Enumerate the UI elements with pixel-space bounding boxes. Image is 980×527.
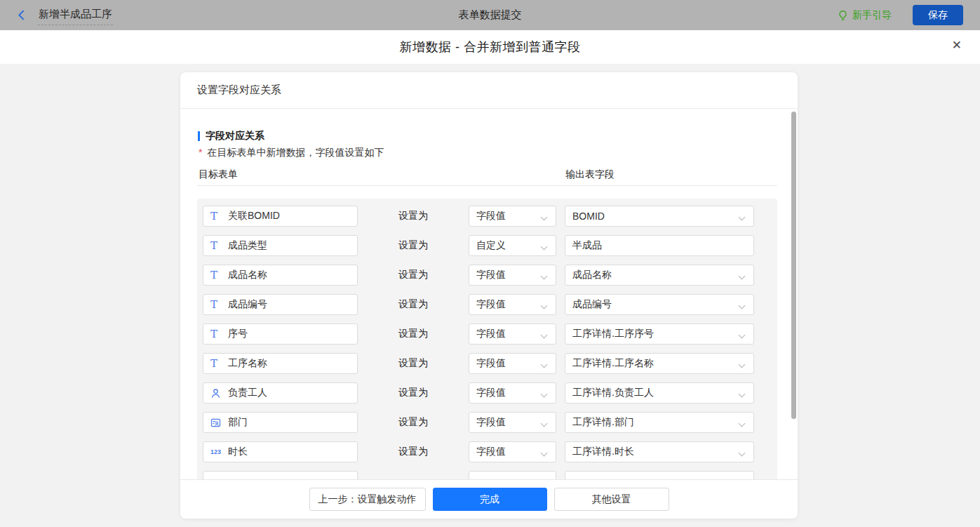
- value-mode-select[interactable]: 字段值: [469, 294, 556, 315]
- department-icon: [210, 418, 224, 428]
- field-mapping-card: 设置字段对应关系 字段对应关系 *在目标表单中新增数据，字段值设置如下 目标表单…: [180, 72, 798, 519]
- mapping-rows: T 关联BOMID 设置为 字段值 BOMID T 成品类型 设置为 自定义 半…: [197, 199, 777, 479]
- column-headers: 目标表单 输出表字段: [197, 168, 777, 186]
- previous-step-button[interactable]: 上一步：设置触发动作: [309, 488, 426, 511]
- custom-value-input[interactable]: 半成品: [565, 235, 754, 256]
- target-field-input[interactable]: 部门: [203, 412, 358, 433]
- text-field-icon: T: [210, 211, 224, 222]
- chevron-down-icon: [542, 244, 548, 251]
- text-field-icon: T: [210, 329, 224, 340]
- back-button[interactable]: [15, 9, 27, 21]
- chevron-down-icon: [542, 421, 548, 427]
- scrollbar-thumb[interactable]: [791, 112, 796, 419]
- value-mode-select[interactable]: 字段值: [469, 382, 556, 403]
- other-settings-button[interactable]: 其他设置: [554, 488, 669, 511]
- value-mode-select[interactable]: 自定义: [469, 235, 556, 256]
- lightbulb-icon: [838, 10, 848, 21]
- target-field-input[interactable]: T 关联BOMID: [203, 206, 358, 227]
- column-header-output-fields: 输出表字段: [565, 168, 615, 181]
- chevron-down-icon: [739, 303, 746, 309]
- chevron-left-icon: [15, 9, 27, 21]
- table-row: T 工序名称 设置为 字段值 工序详情.工序名称: [203, 353, 777, 374]
- table-row: 123 时长 设置为 字段值 工序详情.时长: [203, 441, 777, 462]
- value-mode-select[interactable]: 字段值: [469, 265, 556, 286]
- set-as-label: 设置为: [398, 446, 428, 458]
- target-field-input[interactable]: T 成品类型: [203, 235, 358, 256]
- chevron-down-icon: [739, 274, 746, 280]
- output-field-select[interactable]: [565, 471, 754, 479]
- chevron-down-icon: [542, 392, 548, 398]
- required-note: *在目标表单中新增数据，字段值设置如下: [199, 147, 384, 159]
- output-field-select[interactable]: 成品编号: [565, 294, 754, 315]
- target-field-input[interactable]: T 成品编号: [203, 294, 358, 315]
- workflow-title[interactable]: 新增半成品工序: [38, 5, 113, 25]
- top-bar: 新增半成品工序 表单数据提交 新手引导 保存: [0, 0, 980, 30]
- chevron-down-icon: [739, 215, 746, 221]
- value-mode-select[interactable]: [469, 471, 556, 479]
- text-field-icon: T: [210, 270, 224, 281]
- finish-button[interactable]: 完成: [433, 488, 547, 511]
- number-icon: 123: [210, 449, 224, 455]
- value-mode-select[interactable]: 字段值: [469, 323, 556, 345]
- value-mode-select[interactable]: 字段值: [469, 206, 556, 227]
- value-mode-select[interactable]: 字段值: [469, 353, 556, 374]
- beginner-guide-label: 新手引导: [852, 9, 892, 22]
- text-field-icon: T: [210, 241, 224, 251]
- target-field-input[interactable]: T 成品名称: [203, 265, 358, 286]
- set-as-label: 设置为: [398, 269, 428, 281]
- set-as-label: 设置为: [398, 210, 428, 222]
- card-footer: 上一步：设置触发动作 完成 其他设置: [180, 479, 798, 519]
- column-header-target-form: 目标表单: [199, 168, 238, 181]
- chevron-down-icon: [542, 362, 548, 368]
- chevron-down-icon: [739, 451, 746, 457]
- text-field-icon: T: [210, 300, 224, 310]
- chevron-down-icon: [542, 333, 548, 339]
- chevron-down-icon: [739, 392, 746, 398]
- output-field-select[interactable]: 工序详情.工序序号: [565, 323, 754, 345]
- modal-body: 设置字段对应关系 字段对应关系 *在目标表单中新增数据，字段值设置如下 目标表单…: [0, 64, 980, 527]
- target-field-input[interactable]: T 工序名称: [203, 353, 358, 374]
- target-field-input[interactable]: 负责工人: [203, 382, 358, 403]
- table-row: T 关联BOMID 设置为 字段值 BOMID: [203, 206, 777, 227]
- required-asterisk: *: [199, 147, 202, 158]
- member-icon: [210, 388, 224, 399]
- target-field-input[interactable]: [203, 471, 358, 479]
- set-as-label: 设置为: [398, 357, 428, 370]
- value-mode-select[interactable]: 字段值: [469, 412, 556, 433]
- table-row: T 序号 设置为 字段值 工序详情.工序序号: [203, 323, 777, 345]
- section-accent-bar: [198, 131, 200, 141]
- output-field-select[interactable]: 工序详情.负责工人: [565, 382, 754, 403]
- save-button[interactable]: 保存: [913, 5, 963, 25]
- output-field-select[interactable]: 工序详情.时长: [565, 441, 754, 462]
- output-field-select[interactable]: 工序详情.部门: [565, 412, 754, 433]
- modal-header: 新增数据 - 合并新增到普通字段 ✕: [0, 30, 980, 64]
- set-as-label: 设置为: [398, 328, 428, 340]
- output-field-select[interactable]: BOMID: [565, 206, 754, 227]
- set-as-label: 设置为: [398, 387, 428, 399]
- set-as-label: 设置为: [398, 298, 428, 311]
- page-title: 表单数据提交: [459, 8, 522, 22]
- target-field-input[interactable]: T 序号: [203, 323, 358, 345]
- set-as-label: 设置为: [398, 239, 428, 252]
- value-mode-select[interactable]: 字段值: [469, 441, 556, 462]
- chevron-down-icon: [739, 362, 746, 368]
- table-row: T 成品类型 设置为 自定义 半成品: [203, 235, 777, 256]
- chevron-down-icon: [739, 421, 746, 427]
- chevron-down-icon: [542, 303, 548, 309]
- table-row: T 成品名称 设置为 字段值 成品名称: [203, 265, 777, 286]
- beginner-guide-link[interactable]: 新手引导: [838, 9, 892, 22]
- modal-title: 新增数据 - 合并新增到普通字段: [400, 39, 581, 55]
- output-field-select[interactable]: 工序详情.工序名称: [565, 353, 754, 374]
- chevron-down-icon: [542, 274, 548, 280]
- set-as-label: 设置为: [398, 416, 428, 429]
- table-row-partial: [203, 471, 777, 479]
- output-field-select[interactable]: 成品名称: [565, 265, 754, 286]
- table-row: T 成品编号 设置为 字段值 成品编号: [203, 294, 777, 315]
- close-icon[interactable]: ✕: [952, 39, 962, 51]
- target-field-input[interactable]: 123 时长: [203, 441, 358, 462]
- chevron-down-icon: [542, 451, 548, 457]
- table-row: 部门 设置为 字段值 工序详情.部门: [203, 412, 777, 433]
- text-field-icon: T: [210, 359, 224, 369]
- section-title: 字段对应关系: [206, 130, 264, 142]
- section-heading: 字段对应关系: [198, 130, 264, 142]
